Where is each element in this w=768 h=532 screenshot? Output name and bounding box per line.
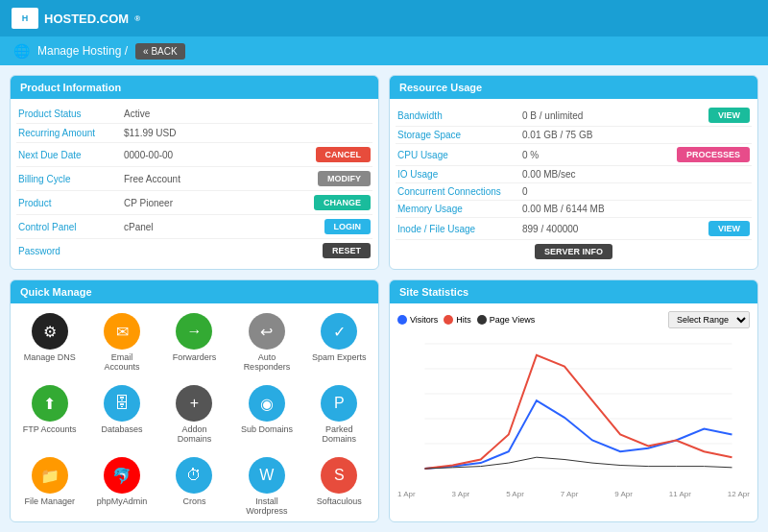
product-btn-login[interactable]: LOGIN xyxy=(324,219,372,234)
resource-label-5: Memory Usage xyxy=(397,204,522,214)
stats-legend-row: VisitorsHitsPage ViewsSelect Range xyxy=(397,311,750,328)
resource-btn-view-6[interactable]: VIEW xyxy=(708,221,750,236)
resource-btn-processes-2[interactable]: PROCESSES xyxy=(677,147,750,162)
qm-icon-8: ◉ xyxy=(249,385,285,422)
server-info-button[interactable]: SERVER INFO xyxy=(535,244,612,259)
axis-label-2: 5 Apr xyxy=(506,490,524,498)
legend-label-0: Visitors xyxy=(410,315,438,325)
product-btn-modify[interactable]: MODIFY xyxy=(318,171,371,186)
main-content: Product Information Product Status Activ… xyxy=(0,65,768,532)
quick-manage-item-1[interactable]: ✉ Email Accounts xyxy=(88,309,155,375)
pageviews-line xyxy=(425,457,732,469)
qm-icon-6: 🗄 xyxy=(104,385,140,422)
axis-label-1: 3 Apr xyxy=(452,490,470,498)
axis-label-5: 11 Apr xyxy=(669,490,691,498)
qm-icon-12: ⏱ xyxy=(176,457,212,494)
resource-value-2: 0 % xyxy=(522,150,673,160)
quick-manage-grid: ⚙ Manage DNS ✉ Email Accounts → Forwarde… xyxy=(16,309,372,520)
chart-axis: 1 Apr3 Apr5 Apr7 Apr9 Apr11 Apr12 Apr xyxy=(397,488,750,498)
sub-header: 🌐 Manage Hosting / « BACK xyxy=(0,36,768,65)
resource-value-3: 0.00 MB/sec xyxy=(522,169,673,180)
legend-dot-2 xyxy=(477,315,487,325)
quick-manage-item-11[interactable]: 🐬 phpMyAdmin xyxy=(88,453,155,520)
qm-icon-11: 🐬 xyxy=(104,457,140,494)
axis-label-6: 12 Apr xyxy=(728,490,750,498)
resource-btn-area-2: PROCESSES xyxy=(673,147,750,162)
quick-manage-item-5[interactable]: ⬆ FTP Accounts xyxy=(16,381,83,447)
resource-label-4: Concurrent Connections xyxy=(397,186,522,197)
resource-value-4: 0 xyxy=(522,186,673,197)
quick-manage-item-2[interactable]: → Forwarders xyxy=(161,309,228,375)
quick-manage-item-7[interactable]: + Addon Domains xyxy=(161,381,228,447)
product-row-label-1: Recurring Amount xyxy=(18,128,124,138)
axis-label-4: 9 Apr xyxy=(614,490,633,498)
product-btn-change[interactable]: CHANGE xyxy=(314,195,371,210)
quick-manage-item-0[interactable]: ⚙ Manage DNS xyxy=(16,309,83,375)
stats-period-select[interactable]: Select Range xyxy=(668,311,750,328)
resource-value-1: 0.01 GB / 75 GB xyxy=(522,130,673,140)
resource-row-1: Storage Space 0.01 GB / 75 GB xyxy=(396,127,752,144)
visitors-line xyxy=(425,400,732,469)
site-stats-chart xyxy=(397,334,750,488)
product-row-value-4: CP Pioneer xyxy=(124,198,314,208)
qm-icon-3: ↩ xyxy=(249,313,285,350)
product-btn-cancel[interactable]: CANCEL xyxy=(316,147,372,162)
product-row-5: Control Panel cPanel LOGIN xyxy=(16,215,372,239)
resource-row-3: IO Usage 0.00 MB/sec xyxy=(396,166,752,183)
legend-dot-0 xyxy=(397,315,407,325)
axis-label-3: 7 Apr xyxy=(561,490,579,498)
legend-label-1: Hits xyxy=(456,315,471,325)
axis-label-0: 1 Apr xyxy=(397,490,416,498)
product-row-0: Product Status Active xyxy=(16,105,372,124)
qm-icon-1: ✉ xyxy=(104,313,140,350)
resource-row-5: Memory Usage 0.00 MB / 6144 MB xyxy=(396,201,752,218)
breadcrumb: Manage Hosting / xyxy=(37,44,128,58)
legend-item-0: Visitors xyxy=(397,315,438,325)
product-info-body: Product Status Active Recurring Amount $… xyxy=(11,99,378,268)
site-stats-header: Site Statistics xyxy=(390,280,757,303)
qm-icon-4: ✓ xyxy=(321,313,357,350)
quick-manage-item-3[interactable]: ↩ Auto Responders xyxy=(233,309,300,375)
resource-label-0: Bandwidth xyxy=(397,110,522,121)
product-btn-reset[interactable]: RESET xyxy=(323,243,371,258)
product-row-3: Billing Cycle Free Account MODIFY xyxy=(16,167,372,191)
resource-usage-body: Bandwidth 0 B / unlimited VIEW Storage S… xyxy=(390,99,757,269)
globe-icon: 🌐 xyxy=(13,43,30,59)
logo-text: HOSTED.COM xyxy=(44,12,129,26)
hits-line xyxy=(425,355,732,469)
product-row-6: Password RESET xyxy=(16,239,372,262)
back-button[interactable]: « BACK xyxy=(135,43,185,60)
quick-manage-item-4[interactable]: ✓ Spam Experts xyxy=(306,309,372,375)
product-row-value-3: Free Account xyxy=(124,174,318,184)
quick-manage-item-6[interactable]: 🗄 Databases xyxy=(88,381,155,447)
qm-icon-7: + xyxy=(176,385,212,422)
qm-icon-13: W xyxy=(249,457,285,494)
resource-btn-view-0[interactable]: VIEW xyxy=(708,108,750,123)
product-row-label-4: Product xyxy=(18,198,124,208)
product-row-1: Recurring Amount $11.99 USD xyxy=(16,124,372,143)
quick-manage-item-14[interactable]: S Softaculous xyxy=(306,453,372,520)
resource-label-6: Inode / File Usage xyxy=(397,224,522,234)
qm-label-13: Install Wordpress xyxy=(237,496,296,516)
resource-value-6: 899 / 400000 xyxy=(522,224,673,234)
quick-manage-item-12[interactable]: ⏱ Crons xyxy=(161,453,228,520)
resource-row-6: Inode / File Usage 899 / 400000 VIEW xyxy=(396,218,752,240)
qm-icon-9: P xyxy=(321,385,357,422)
quick-manage-item-10[interactable]: 📁 File Manager xyxy=(16,453,83,520)
quick-manage-item-9[interactable]: P Parked Domains xyxy=(306,381,372,447)
quick-manage-item-8[interactable]: ◉ Sub Domains xyxy=(233,381,300,447)
qm-label-14: Softaculous xyxy=(317,496,362,506)
site-stats-body: VisitorsHitsPage ViewsSelect Range 1 Apr… xyxy=(390,303,757,506)
legend-item-2: Page Views xyxy=(477,315,535,325)
resource-label-1: Storage Space xyxy=(397,130,522,140)
product-info-header: Product Information xyxy=(11,76,378,99)
qm-icon-10: 📁 xyxy=(32,457,68,494)
quick-manage-card: Quick Manage ⚙ Manage DNS ✉ Email Accoun… xyxy=(10,279,379,522)
chart-area xyxy=(397,334,750,488)
resource-label-2: CPU Usage xyxy=(397,150,522,160)
product-row-2: Next Due Date 0000-00-00 CANCEL xyxy=(16,143,372,167)
quick-manage-item-13[interactable]: W Install Wordpress xyxy=(233,453,300,520)
product-row-label-0: Product Status xyxy=(18,109,124,119)
legend-label-2: Page Views xyxy=(490,315,535,325)
logo: H HOSTED.COM ® xyxy=(12,8,140,29)
